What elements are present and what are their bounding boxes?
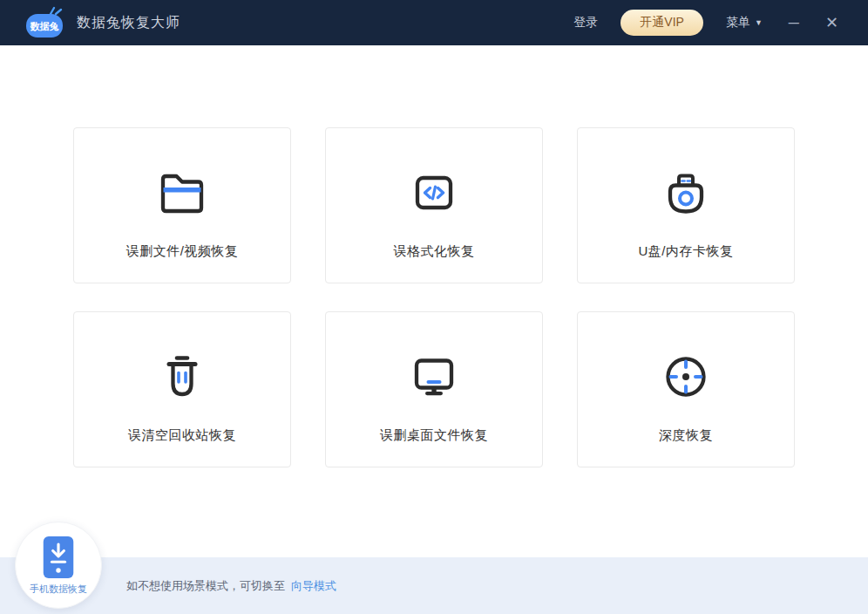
phone-download-icon [43,536,74,579]
card-deep-recovery[interactable]: 深度恢复 [577,311,795,467]
menu-dropdown[interactable]: 菜单 ▼ [726,15,763,31]
trash-icon [154,349,210,405]
menu-label: 菜单 [726,15,750,31]
code-icon [406,165,462,221]
rabbit-tv-logo-icon: 数据兔 [24,6,64,39]
mode-hint-text: 如不想使用场景模式，可切换至 [126,578,285,594]
card-label: 误删桌面文件恢复 [380,427,488,444]
card-label: U盘/内存卡恢复 [639,243,734,260]
open-vip-button[interactable]: 开通VIP [620,10,703,36]
minimize-button[interactable]: ─ [789,16,799,31]
badge-label: 手机数据恢复 [30,583,87,596]
card-label: 误格式化恢复 [394,243,475,260]
app-title: 数据兔恢复大师 [77,14,180,32]
wizard-mode-link[interactable]: 向导模式 [291,578,336,594]
recovery-mode-grid: 误删文件/视频恢复 误格式化恢复 U盘/内存卡恢复 [73,127,795,467]
card-usb-memorycard-recovery[interactable]: U盘/内存卡恢复 [577,127,795,283]
chevron-down-icon: ▼ [755,18,763,27]
logo-text: 数据兔 [30,21,59,31]
app-logo: 数据兔 [24,6,64,39]
phone-data-recovery-badge[interactable]: 手机数据恢复 [15,522,102,609]
close-button[interactable]: ✕ [825,15,838,31]
card-label: 误删文件/视频恢复 [126,243,239,260]
footer-bar: 如不想使用场景模式，可切换至 向导模式 [0,557,868,614]
card-recycle-bin-recovery[interactable]: 误清空回收站恢复 [73,311,291,467]
card-label: 深度恢复 [659,427,713,444]
folder-icon [154,165,210,221]
card-deleted-file-video-recovery[interactable]: 误删文件/视频恢复 [73,127,291,283]
login-link[interactable]: 登录 [573,15,598,31]
card-desktop-files-recovery[interactable]: 误删桌面文件恢复 [325,311,543,467]
desktop-monitor-icon [406,349,462,405]
card-formatted-recovery[interactable]: 误格式化恢复 [325,127,543,283]
usb-drive-icon [658,165,714,221]
target-icon [658,349,714,405]
titlebar: 数据兔 数据兔恢复大师 登录 开通VIP 菜单 ▼ ─ ✕ [0,0,868,45]
card-label: 误清空回收站恢复 [128,427,236,444]
